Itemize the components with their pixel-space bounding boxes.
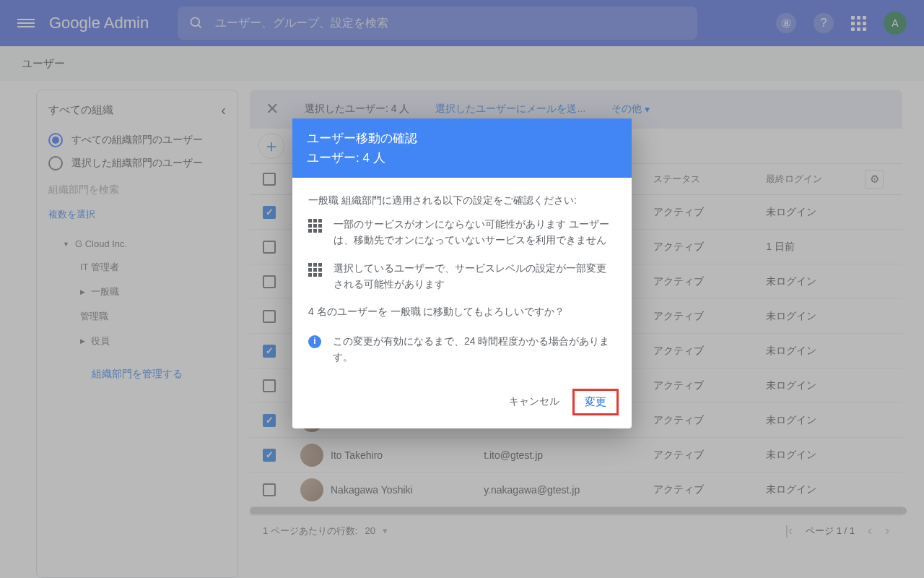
dialog-intro: 一般職 組織部門に適用される以下の設定をご確認ください: (308, 192, 616, 208)
cancel-button[interactable]: キャンセル (509, 395, 559, 408)
dialog-info: i この変更が有効になるまで、24 時間程度かかる場合があります。 (308, 333, 616, 366)
dialog-item-2: 選択しているユーザーで、サービスレベルの設定が一部変更される可能性があります (308, 260, 616, 293)
modal-overlay: ユーザー移動の確認 ユーザー: 4 人 一般職 組織部門に適用される以下の設定を… (0, 0, 924, 578)
dialog-item-1: 一部のサービスがオンにならない可能性があります ユーザーは、移動先でオンになって… (308, 216, 616, 249)
move-users-dialog: ユーザー移動の確認 ユーザー: 4 人 一般職 組織部門に適用される以下の設定を… (292, 118, 632, 428)
apps-dots-icon (308, 263, 322, 293)
dialog-actions: キャンセル 変更 (292, 381, 632, 428)
dialog-body: 一般職 組織部門に適用される以下の設定をご確認ください: 一部のサービスがオンに… (292, 178, 632, 381)
change-button[interactable]: 変更 (572, 389, 619, 415)
info-icon: i (308, 335, 321, 348)
apps-dots-icon (308, 219, 322, 249)
dialog-header: ユーザー移動の確認 ユーザー: 4 人 (292, 118, 632, 178)
dialog-confirm: 4 名のユーザーを 一般職 に移動してもよろしいですか？ (308, 303, 616, 319)
